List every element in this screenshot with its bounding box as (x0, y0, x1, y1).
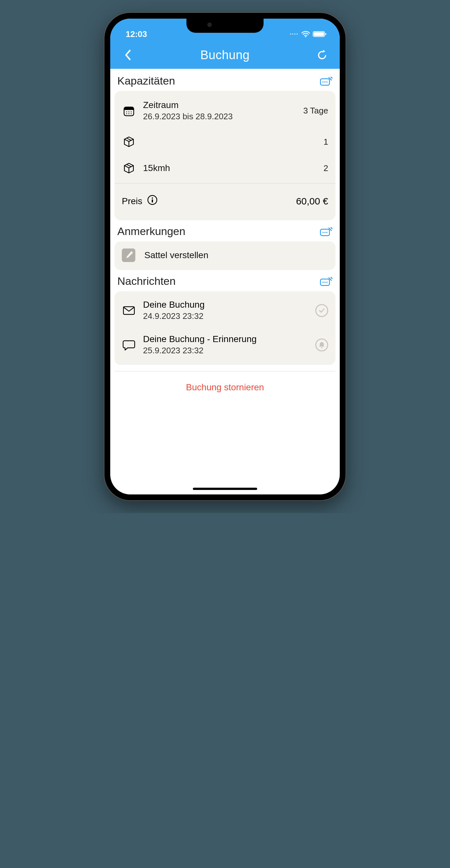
notes-header: Anmerkungen (115, 219, 335, 242)
divider (115, 183, 335, 184)
refresh-button[interactable] (315, 48, 329, 62)
svg-point-21 (322, 232, 324, 233)
price-value: 60,00 € (296, 196, 328, 207)
svg-point-7 (326, 81, 327, 83)
svg-point-11 (126, 111, 127, 112)
home-indicator[interactable] (193, 488, 257, 490)
battery-icon (313, 31, 327, 38)
capacity-item-0-qty: 1 (324, 137, 328, 147)
box-icon (122, 162, 136, 174)
svg-rect-2 (314, 32, 324, 36)
period-row[interactable]: Zeitraum 26.9.2023 bis 28.9.2023 3 Tage (115, 93, 335, 129)
phone-frame: 12:03 •••• Buchung (104, 13, 346, 500)
edit-capacities-button[interactable] (320, 76, 333, 86)
period-label: Zeitraum (143, 100, 296, 110)
svg-point-6 (324, 81, 326, 83)
notes-title: Anmerkungen (117, 225, 186, 238)
messages-title: Nachrichten (117, 275, 175, 287)
mail-icon (122, 305, 136, 316)
svg-rect-19 (152, 199, 153, 203)
nav-bar: Buchung (110, 41, 340, 69)
messages-card: Deine Buchung 24.9.2023 23:32 Deine Buch… (115, 291, 335, 364)
info-icon[interactable] (147, 194, 158, 208)
message-1[interactable]: Deine Buchung - Erinnerung 25.9.2023 23:… (115, 328, 335, 362)
price-label: Preis (122, 196, 142, 207)
message-0-time: 24.9.2023 23:32 (143, 311, 308, 321)
svg-point-12 (129, 111, 130, 112)
svg-rect-3 (325, 33, 326, 35)
box-icon (122, 136, 136, 148)
notch (186, 19, 264, 33)
price-row: Preis 60,00 € (115, 186, 335, 217)
period-range: 26.9.2023 bis 28.9.2023 (143, 112, 296, 122)
svg-point-27 (324, 282, 326, 283)
svg-point-18 (152, 197, 153, 199)
message-0-title: Deine Buchung (143, 300, 308, 310)
chat-icon (122, 339, 136, 351)
status-icons: •••• (290, 31, 327, 38)
page-title: Buchung (200, 48, 250, 62)
period-duration: 3 Tage (303, 106, 328, 116)
edit-messages-button[interactable] (320, 277, 333, 286)
capacities-header: Kapazitäten (115, 69, 335, 91)
edit-notes-button[interactable] (320, 227, 333, 236)
notes-text: Sattel verstellen (144, 250, 208, 260)
capacity-item-1-qty: 2 (324, 163, 328, 173)
svg-point-14 (126, 113, 127, 114)
notes-card[interactable]: Sattel verstellen (115, 242, 335, 269)
calendar-icon (122, 105, 136, 117)
screen: 12:03 •••• Buchung (110, 19, 340, 494)
svg-point-5 (322, 81, 324, 83)
svg-point-28 (326, 282, 327, 283)
svg-point-13 (131, 111, 132, 112)
svg-point-15 (129, 113, 130, 114)
svg-point-16 (131, 113, 132, 114)
message-1-title: Deine Buchung - Erinnerung (143, 334, 308, 344)
wifi-icon (301, 31, 310, 38)
svg-point-26 (322, 282, 324, 283)
capacity-item-0[interactable]: 1 (115, 129, 335, 155)
capacity-item-1[interactable]: 15kmh 2 (115, 155, 335, 181)
message-1-time: 25.9.2023 23:32 (143, 346, 308, 355)
capacities-title: Kapazitäten (117, 74, 175, 87)
note-edit-icon (122, 248, 135, 262)
capacities-card: Zeitraum 26.9.2023 bis 28.9.2023 3 Tage … (115, 91, 335, 219)
message-0[interactable]: Deine Buchung 24.9.2023 23:32 (115, 293, 335, 328)
check-status-icon (315, 304, 328, 317)
bell-status-icon (315, 339, 328, 351)
back-button[interactable] (121, 48, 135, 62)
svg-rect-10 (124, 109, 134, 110)
capacity-item-1-label: 15kmh (143, 163, 317, 173)
status-time: 12:03 (126, 29, 147, 39)
svg-point-0 (305, 36, 306, 37)
cellular-dots-icon: •••• (290, 31, 299, 37)
svg-point-22 (324, 232, 326, 233)
messages-header: Nachrichten (115, 269, 335, 291)
svg-point-23 (326, 232, 327, 233)
cancel-booking-button[interactable]: Buchung stornieren (115, 371, 335, 409)
